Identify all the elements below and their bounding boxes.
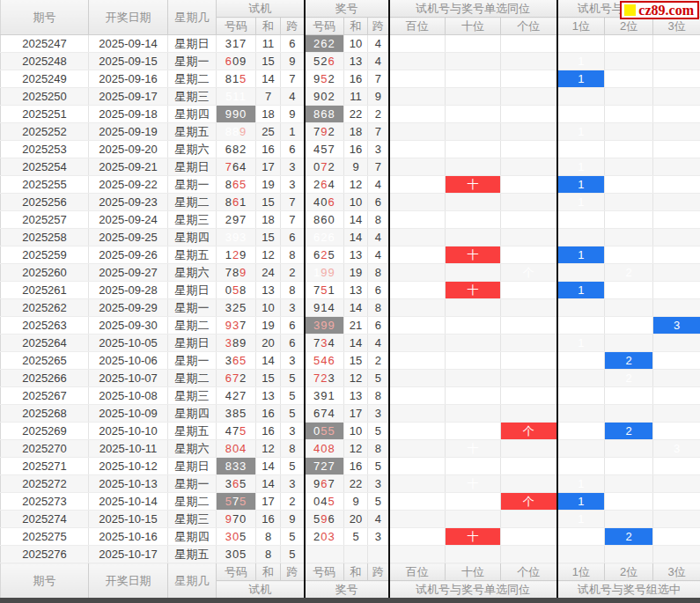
table-header: 期号 开奖日期 星期几 试机 奖号 试机号与奖号单选同位 试机号与奖号组选中 号… xyxy=(1,0,700,35)
prize-span-cell: 5 xyxy=(368,423,389,440)
digit: 5 xyxy=(328,248,335,261)
prize-number-cell: 391 xyxy=(305,387,344,405)
test-sum-cell: 11 xyxy=(256,35,281,53)
header-prize-num: 号码 xyxy=(305,18,344,35)
hit-3-cell xyxy=(653,352,700,370)
test-number-cell: 297 xyxy=(217,211,256,229)
pos-shi-cell xyxy=(446,370,501,387)
prize-number-cell: 734 xyxy=(305,335,344,352)
prize-number-cell: 072 xyxy=(305,158,344,176)
hit-2-cell: 2 xyxy=(605,423,653,440)
digit: 4 xyxy=(328,407,335,420)
hit-3-cell xyxy=(653,405,700,423)
hit-3-cell xyxy=(653,211,700,229)
pos-shi-cell xyxy=(446,387,501,405)
test-number-cell: 609 xyxy=(217,53,256,70)
pos-ge-cell xyxy=(501,88,557,106)
digit: 0 xyxy=(232,548,239,561)
table-row: 20252562025-09-23星期二8611574061061 xyxy=(1,194,700,211)
table-row: 20252692025-10-10星期五475163055105个2 xyxy=(1,423,700,440)
date-cell: 2025-09-17 xyxy=(89,88,168,106)
test-sum-cell: 16 xyxy=(256,141,281,158)
pos-bai-cell xyxy=(389,299,446,317)
digit: 1 xyxy=(328,283,335,297)
digit: 9 xyxy=(313,90,321,103)
hit-3-cell xyxy=(653,35,700,53)
digit: 8 xyxy=(328,442,335,455)
table-row: 20252622025-09-29星期一325103914148 xyxy=(1,299,700,317)
test-number-cell: 511 xyxy=(217,88,256,106)
pos-shi-cell xyxy=(446,158,501,176)
issue-cell: 2025253 xyxy=(1,141,89,158)
digit: 4 xyxy=(313,442,321,455)
test-sum-cell: 14 xyxy=(256,70,281,88)
pos-shi-cell xyxy=(446,511,501,528)
digit: 9 xyxy=(232,213,239,226)
digit: 6 xyxy=(232,195,239,209)
header-pos-ge: 个位 xyxy=(501,18,557,35)
digit: 9 xyxy=(232,231,239,244)
footer-prize-num: 号码 xyxy=(305,563,344,581)
digit: 3 xyxy=(225,530,232,543)
digit: 3 xyxy=(313,319,321,332)
pos-bai-cell xyxy=(389,335,446,352)
digit: 8 xyxy=(225,72,232,85)
prize-sum-cell: 22 xyxy=(344,106,368,123)
logo-link[interactable]: cz89.com xyxy=(620,1,699,19)
hit-2-cell: 2 xyxy=(605,264,653,282)
pos-ge-cell xyxy=(501,387,557,405)
prize-span-cell: 8 xyxy=(368,440,389,458)
weekday-cell: 星期日 xyxy=(168,335,217,352)
hit-1-cell xyxy=(557,458,605,475)
pos-shi-cell xyxy=(446,493,501,511)
table-row: 20252762025-10-17星期五30585 xyxy=(1,546,700,563)
digit: 3 xyxy=(313,389,321,402)
pos-bai-cell xyxy=(389,475,446,493)
hit-2-cell xyxy=(605,475,653,493)
header-prize-span: 跨 xyxy=(368,18,389,35)
issue-cell: 2025257 xyxy=(1,211,89,229)
weekday-cell: 星期三 xyxy=(168,387,217,405)
digit: 7 xyxy=(328,143,335,156)
digit: 3 xyxy=(232,319,239,332)
date-cell: 2025-10-09 xyxy=(89,405,168,423)
digit: 6 xyxy=(313,248,321,261)
digit: 6 xyxy=(313,407,321,420)
test-sum-cell: 16 xyxy=(256,511,281,528)
digit: 1 xyxy=(239,195,247,209)
prize-sum-cell: 13 xyxy=(344,246,368,264)
prize-sum-cell: 16 xyxy=(344,458,368,475)
pos-ge-cell: 个 xyxy=(501,493,557,511)
date-cell: 2025-10-06 xyxy=(89,352,168,370)
table-row: 20252592025-09-26星期五129128625134十1 xyxy=(1,246,700,264)
digit: 1 xyxy=(239,90,247,103)
footer-hit-2: 2位 xyxy=(605,563,653,581)
test-sum-cell: 7 xyxy=(256,88,281,106)
hit-1-cell xyxy=(557,229,605,246)
hit-3-cell xyxy=(653,123,700,141)
pos-ge-cell xyxy=(501,194,557,211)
prize-number-cell: 952 xyxy=(305,70,344,88)
pos-ge-cell: 个 xyxy=(501,423,557,440)
footer-pos-ge: 个位 xyxy=(501,563,557,581)
digit: 3 xyxy=(239,231,247,244)
issue-cell: 2025267 xyxy=(1,387,89,405)
test-span-cell: 7 xyxy=(281,194,305,211)
digit: 0 xyxy=(232,442,239,455)
weekday-cell: 星期日 xyxy=(168,282,217,299)
prize-sum-cell: 9 xyxy=(344,158,368,176)
issue-cell: 2025276 xyxy=(1,546,89,563)
test-number-cell: 427 xyxy=(217,387,256,405)
date-cell: 2025-09-20 xyxy=(89,141,168,158)
table-row: 20252492025-09-16星期二8151479521671 xyxy=(1,70,700,88)
digit: 8 xyxy=(328,107,335,121)
hit-1-cell xyxy=(557,35,605,53)
header-same-pos-group: 试机号与奖号单选同位 xyxy=(389,0,557,18)
test-number-cell: 889 xyxy=(217,123,256,141)
logo-mark-icon xyxy=(624,4,636,16)
pos-ge-cell xyxy=(501,511,557,528)
hit-3-cell xyxy=(653,194,700,211)
digit: 9 xyxy=(225,319,232,332)
weekday-cell: 星期日 xyxy=(168,458,217,475)
prize-span-cell: 8 xyxy=(368,387,389,405)
